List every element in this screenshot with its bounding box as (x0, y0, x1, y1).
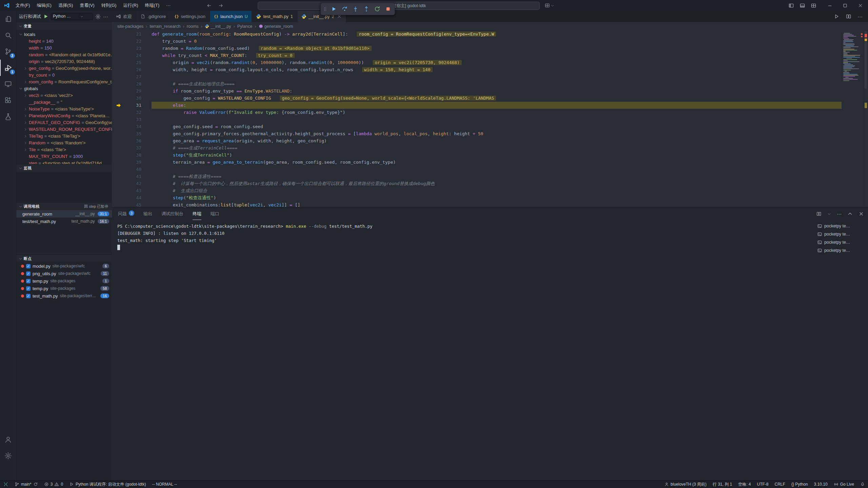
terminal-output[interactable]: PS C:\computer_science\godot-ldtk\site-p… (117, 223, 373, 251)
panel-tab-终端[interactable]: 终端 (193, 208, 201, 220)
code-line[interactable]: 21def generate_room(room_config: RoomReq… (112, 30, 868, 38)
code-editor[interactable]: 21def generate_room(room_config: RoomReq… (112, 30, 868, 207)
status-debug-config[interactable]: Python 调试程序: 启动文件 (godot-ldtk) (66, 481, 149, 488)
command-center[interactable]: [扩展开发宿主] godot-ldtk (258, 2, 540, 10)
panel-tab-端口[interactable]: 端口 (211, 208, 219, 220)
start-debug-icon[interactable] (43, 14, 49, 19)
maximize-button[interactable] (837, 0, 853, 11)
code-line[interactable]: 28 # ====生成初始地理信息==== (112, 80, 868, 87)
variable-row[interactable]: __package__='' (16, 99, 112, 105)
scrollbar[interactable] (863, 30, 868, 207)
step-out-button[interactable] (361, 4, 371, 14)
activity-remote-explorer[interactable] (0, 76, 16, 92)
section-call-stack[interactable]: 调用堆栈因 step 已暂停 (16, 202, 112, 210)
breadcrumb-item[interactable]: __init__.py (205, 24, 231, 29)
remote-window-button[interactable] (545, 2, 554, 9)
breakpoint-row[interactable]: ✓temp.pysite-packages58 (16, 285, 112, 292)
breadcrumb-item[interactable]: generate_room (259, 24, 293, 29)
split-editor-icon[interactable] (846, 14, 851, 19)
code-line[interactable]: 44 step("检查连通性") (112, 194, 868, 201)
tab-settings.json[interactable]: {}settings.json (170, 11, 210, 22)
code-line[interactable]: 25 origin = vec2i(random.randint(0, 1000… (112, 59, 868, 66)
menu-item[interactable]: 查看(V) (76, 0, 98, 11)
code-line[interactable]: 37 # ====生成TerrainCell==== (112, 144, 868, 151)
variable-row[interactable]: height=140 (16, 38, 112, 44)
menu-item[interactable]: ··· (163, 0, 174, 11)
code-line[interactable]: 38 step("生成TerrainCell") (112, 151, 868, 159)
breakpoint-row[interactable]: ✓test_math.pysite-packages\terrain_res…1… (16, 292, 112, 300)
panel-tab-调试控制台[interactable]: 调试控制台 (161, 208, 183, 220)
code-line[interactable]: 40 (112, 166, 868, 173)
breakpoint-checkbox[interactable]: ✓ (26, 264, 31, 268)
status-eol[interactable]: CRLF (772, 481, 788, 488)
menu-item[interactable]: 运行(R) (120, 0, 141, 11)
close-panel-icon[interactable] (859, 211, 864, 217)
variable-row[interactable]: DEFAULT_GEO_CONFIG=GeoConfig(seed=1… (16, 119, 112, 126)
stack-frame[interactable]: test/test_math.pytest_math.py16:1 (16, 218, 112, 225)
breakpoint-row[interactable]: ✓model.pysite-packages\wfc6 (16, 262, 112, 270)
breakpoint-row[interactable]: ✓temp.pysite-packages1 (16, 277, 112, 285)
activity-settings[interactable] (0, 448, 16, 464)
menu-item[interactable]: 文件(F) (12, 0, 34, 11)
code-line[interactable]: 32 raise ValueError(f"Invalid env type: … (112, 109, 868, 116)
panel-tab-输出[interactable]: 输出 (143, 208, 152, 220)
tab-欢迎[interactable]: 欢迎 (112, 11, 136, 22)
variable-row[interactable]: try_count=0 (16, 72, 112, 78)
breakpoint-checkbox[interactable]: ✓ (26, 271, 31, 276)
status-encoding[interactable]: UTF-8 (754, 481, 772, 488)
variable-row[interactable]: step=<function step at 0x1bf8d716d… (16, 160, 112, 164)
restart-button[interactable] (372, 4, 382, 14)
code-line[interactable]: 42 # 计算每一个出口的中心，然后使用astar生成路径，确保每一个出口组合都… (112, 180, 868, 187)
back-icon[interactable] (206, 3, 212, 8)
customize-layout-icon[interactable] (809, 3, 818, 8)
status-bell[interactable] (857, 481, 868, 488)
toggle-sidebar-icon[interactable] (787, 3, 796, 8)
step-into-button[interactable] (351, 4, 360, 14)
menu-item[interactable]: 终端(T) (141, 0, 163, 11)
section-breakpoints[interactable]: 断点 (16, 255, 112, 262)
code-line[interactable]: 39 terrain_area = geo_area_to_terrain(ge… (112, 159, 868, 166)
variable-row[interactable]: origin=vec2i(7205730, 9024468) (16, 58, 112, 65)
menu-item[interactable]: 选择(S) (55, 0, 76, 11)
breadcrumb-item[interactable]: rooms (187, 24, 199, 29)
code-line[interactable]: 43 # 生成出口组合 (112, 187, 868, 194)
drag-grip-icon[interactable] (322, 6, 328, 12)
activity-explorer[interactable] (0, 11, 16, 27)
code-line[interactable]: 23 random = Random(room_config.seed)rand… (112, 45, 868, 52)
breakpoint-checkbox[interactable]: ✓ (26, 286, 31, 291)
section-variables[interactable]: 变量 (16, 22, 112, 30)
status-problems[interactable]: 30 (41, 481, 66, 488)
variable-row[interactable]: WASTELAND_ROOM_REQUEST_CONFIG=RoomR… (16, 126, 112, 133)
variable-scope-globals[interactable]: globals (16, 85, 112, 92)
code-line[interactable]: 22 try_count = 0 (112, 38, 868, 45)
activity-account[interactable] (0, 431, 16, 448)
editor-more-icon[interactable]: ··· (857, 14, 863, 19)
split-terminal-icon[interactable] (816, 211, 822, 217)
stack-frame[interactable]: generate_room__init__.py31:1 (16, 210, 112, 218)
status-python-version[interactable]: 3.10.10 (811, 481, 831, 488)
code-line[interactable]: 27 (112, 73, 868, 80)
terminal-instance[interactable]: pocketpy te… (815, 246, 866, 255)
menu-item[interactable]: 编辑(E) (34, 0, 55, 11)
terminal-instance[interactable]: pocketpy te… (815, 222, 866, 230)
gear-icon[interactable] (95, 14, 101, 20)
panel-tab-问题[interactable]: 问题3 (118, 208, 134, 220)
breadcrumb-item[interactable]: terrain_research (150, 24, 180, 29)
activity-source-control[interactable]: 3 (0, 43, 16, 60)
code-line[interactable]: 35 geo_config.primary_forces.geothermal_… (112, 130, 868, 137)
activity-extensions[interactable] (0, 92, 16, 108)
status-remote[interactable] (0, 481, 12, 488)
code-line[interactable]: 45 exit_combinations:list[tuple[vec2i, v… (112, 201, 868, 207)
code-line[interactable]: 34 geo_config.seed = room_config.seed (112, 123, 868, 130)
breakpoint-row[interactable]: ✓png_utils.pysite-packages\wfc11 (16, 270, 112, 277)
continue-button[interactable] (329, 4, 339, 14)
status-cursor-position[interactable]: 行 31, 列 1 (710, 481, 735, 488)
status-language[interactable]: {} Python (788, 481, 811, 488)
variable-row[interactable]: NoiseType=<class 'NoiseType'> (16, 105, 112, 112)
menu-item[interactable]: 转到(G) (98, 0, 120, 11)
tab-.gdignore[interactable]: .gdignore (136, 11, 170, 22)
section-watch[interactable]: 监视 (16, 164, 112, 172)
code-line[interactable]: 31 else: (112, 102, 868, 109)
code-line[interactable]: 29 if room_config.env_type == EnvType.WA… (112, 87, 868, 95)
tab-launch.json[interactable]: {}launch.jsonU (210, 11, 252, 22)
